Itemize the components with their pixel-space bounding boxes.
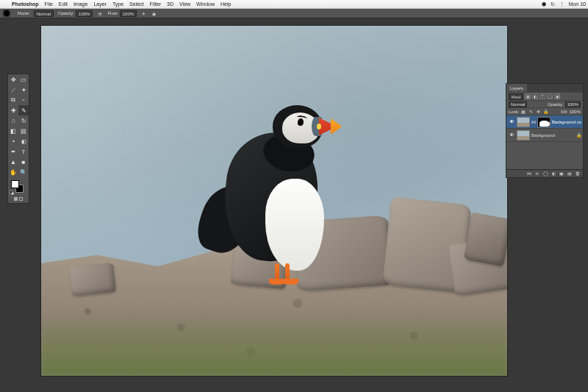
marquee-tool[interactable]: ▭ <box>18 74 29 85</box>
layer-row[interactable]: 👁 Background 🔒 <box>506 128 583 141</box>
history-brush-tool[interactable]: ↻ <box>18 115 29 126</box>
status-wifi-icon[interactable]: ⋮ <box>557 1 567 7</box>
layer-row[interactable]: 👁 ⋈ Background copy <box>506 115 583 128</box>
opacity-pressure-icon[interactable]: ◔ <box>96 10 103 17</box>
canvas-foreground-blur <box>41 313 507 376</box>
layer-style-icon[interactable]: fx <box>534 171 540 177</box>
filter-smart-icon[interactable]: ▣ <box>554 93 560 99</box>
brush-preset-picker[interactable] <box>3 10 10 17</box>
tablet-pressure-icon[interactable]: ◉ <box>150 10 157 17</box>
brush-tool[interactable]: ✎ <box>18 105 29 115</box>
clone-stamp-tool[interactable]: ⎍ <box>8 115 18 126</box>
menu-help[interactable]: Help <box>218 1 234 7</box>
canvas-rock <box>464 213 507 267</box>
layer-thumbnail[interactable] <box>517 117 530 127</box>
menubar-clock[interactable]: Mon 10 <box>567 1 588 7</box>
blur-tool[interactable]: ∘ <box>8 136 18 146</box>
delete-layer-icon[interactable]: 🗑 <box>575 171 581 177</box>
type-tool[interactable]: T <box>18 146 29 157</box>
layer-opacity-label: Opacity: <box>548 102 564 107</box>
add-mask-icon[interactable]: ◯ <box>542 171 548 177</box>
filter-pixel-icon[interactable]: ▦ <box>525 93 531 99</box>
layer-opacity-field[interactable]: 100% <box>565 101 581 107</box>
new-layer-icon[interactable]: ▤ <box>567 171 573 177</box>
tools-panel: ✥▭⟋✦⧉⁃✚✎⎍↻◧▤∘◐✒T▲■✋🔍 <box>7 74 29 204</box>
menu-file[interactable]: File <box>42 1 56 7</box>
brush-tip-icon <box>4 10 10 16</box>
pen-tool[interactable]: ✒ <box>8 146 18 157</box>
hand-tool[interactable]: ✋ <box>8 167 18 177</box>
path-select-tool[interactable]: ▲ <box>8 157 18 167</box>
menu-window[interactable]: Window <box>193 1 218 7</box>
filter-shape-icon[interactable]: ▢ <box>547 93 553 99</box>
foreground-background-swatches[interactable] <box>8 179 29 195</box>
canvas-rock <box>69 263 116 296</box>
blend-mode-dropdown[interactable]: Normal <box>34 10 54 17</box>
fill-label: Fill: <box>561 110 567 114</box>
default-colors-icon[interactable] <box>10 190 15 196</box>
workspace <box>0 18 588 392</box>
layer-filter-kind[interactable]: Kind <box>509 93 523 100</box>
app-name[interactable]: Photoshop <box>9 1 42 7</box>
layers-tab[interactable]: Layers <box>506 84 527 92</box>
flow-label: Flow: <box>107 11 118 15</box>
status-cloud-icon[interactable]: ⬢ <box>539 1 548 7</box>
menu-image[interactable]: Image <box>71 1 90 7</box>
foreground-color-swatch[interactable] <box>11 180 19 188</box>
filter-adjust-icon[interactable]: ◐ <box>532 93 538 99</box>
dodge-tool[interactable]: ◐ <box>18 136 29 146</box>
airbrush-icon[interactable]: ✈ <box>140 10 147 17</box>
options-bar: Mode: Normal Opacity: 100% ◔ Flow: 100% … <box>0 9 588 18</box>
mode-label: Mode: <box>18 11 30 15</box>
menu-select[interactable]: Select <box>126 1 146 7</box>
link-layers-icon[interactable]: ⋈ <box>526 171 532 177</box>
menu-view[interactable]: View <box>176 1 193 7</box>
lasso-tool[interactable]: ⟋ <box>8 85 18 95</box>
lock-label: Lock: <box>509 110 519 114</box>
layer-blend-mode[interactable]: Normal <box>509 101 527 107</box>
menu-edit[interactable]: Edit <box>56 1 71 7</box>
macos-menubar: Photoshop File Edit Image Layer Type Sel… <box>0 0 588 9</box>
status-sync-icon[interactable]: ↻ <box>548 1 557 7</box>
menu-3d[interactable]: 3D <box>164 1 176 7</box>
move-tool[interactable]: ✥ <box>8 74 18 85</box>
visibility-toggle-icon[interactable]: 👁 <box>508 119 515 124</box>
layer-thumbnail[interactable] <box>517 130 530 140</box>
gradient-tool[interactable]: ▤ <box>18 126 29 136</box>
visibility-toggle-icon[interactable]: 👁 <box>508 132 515 138</box>
document-canvas[interactable] <box>41 26 507 376</box>
menu-layer[interactable]: Layer <box>90 1 110 7</box>
layer-mask-thumbnail[interactable] <box>537 117 551 127</box>
new-fill-adjust-icon[interactable]: ◐ <box>551 171 556 177</box>
lock-all-icon[interactable]: 🔒 <box>542 109 548 115</box>
opacity-field[interactable]: 100% <box>76 10 93 17</box>
layer-name[interactable]: Background copy <box>552 120 581 124</box>
screen-mode-switcher[interactable] <box>8 195 29 203</box>
layer-name[interactable]: Background <box>531 133 575 138</box>
menu-filter[interactable]: Filter <box>147 1 165 7</box>
zoom-tool[interactable]: 🔍 <box>18 167 29 177</box>
flow-field[interactable]: 100% <box>120 10 137 17</box>
crop-tool[interactable]: ⧉ <box>8 95 18 105</box>
menu-type[interactable]: Type <box>110 1 126 7</box>
lock-position-icon[interactable]: ✥ <box>535 109 541 115</box>
canvas-subject-puffin <box>196 92 335 291</box>
lock-pixels-icon[interactable]: ✎ <box>528 109 534 115</box>
filter-type-icon[interactable]: T <box>539 93 545 99</box>
rectangle-tool[interactable]: ■ <box>18 157 29 167</box>
new-group-icon[interactable]: ▣ <box>559 171 564 177</box>
fill-field[interactable]: 100% <box>570 110 581 114</box>
lock-icon: 🔒 <box>576 132 581 138</box>
eraser-tool[interactable]: ◧ <box>8 126 18 136</box>
healing-brush-tool[interactable]: ✚ <box>8 105 18 115</box>
quick-select-tool[interactable]: ✦ <box>18 85 29 95</box>
layers-panel: Layers Kind ▦ ◐ T ▢ ▣ Normal Opacity: 10… <box>506 83 584 178</box>
lock-transparency-icon[interactable]: ▦ <box>520 109 526 115</box>
eyedropper-tool[interactable]: ⁃ <box>18 95 29 105</box>
opacity-label: Opacity: <box>58 11 74 15</box>
mask-link-icon[interactable]: ⋈ <box>531 119 536 124</box>
